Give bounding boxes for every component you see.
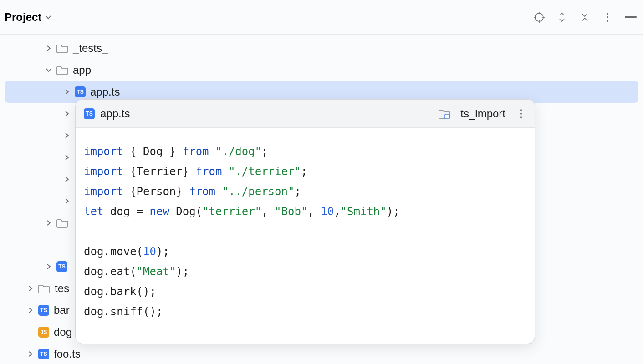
folder-icon — [56, 65, 68, 75]
chevron-right-icon — [64, 176, 70, 182]
chevron-right-icon — [64, 132, 70, 139]
ts-file-icon: TS — [56, 261, 67, 272]
folder-icon — [56, 43, 68, 53]
module-name: ts_import — [460, 107, 505, 120]
chevron-right-icon — [46, 263, 52, 270]
svg-point-9 — [520, 109, 522, 111]
tree-item-foo-ts[interactable]: TS foo.ts — [0, 343, 643, 364]
chevron-right-icon — [27, 351, 34, 357]
tree-item-app-folder[interactable]: app — [0, 59, 643, 81]
tree-label: foo.ts — [54, 348, 81, 360]
more-icon[interactable] — [515, 108, 526, 119]
preview-filename: app.ts — [100, 107, 130, 120]
chevron-right-icon — [27, 285, 34, 292]
quick-preview-popup: TS app.ts ts_import import { Dog } from … — [75, 99, 535, 344]
chevron-right-icon — [64, 89, 70, 95]
chevron-down-icon — [45, 14, 51, 20]
svg-point-11 — [520, 116, 522, 118]
svg-rect-8 — [445, 114, 449, 119]
ts-file-icon: TS — [38, 305, 49, 316]
folder-icon — [56, 218, 68, 228]
minimize-icon[interactable] — [625, 16, 637, 18]
chevron-down-icon — [46, 67, 52, 73]
svg-point-6 — [607, 16, 608, 18]
panel-toolbar — [534, 12, 637, 23]
ts-file-icon: TS — [38, 349, 49, 359]
panel-header: Project — [0, 0, 643, 35]
chevron-right-icon — [64, 154, 70, 161]
preview-header-actions: ts_import — [439, 107, 526, 120]
code-preview[interactable]: import { Dog } from "./dog"; import {Ter… — [76, 128, 535, 330]
svg-point-5 — [607, 13, 608, 15]
tree-label: app — [73, 64, 91, 76]
expand-collapse-icon[interactable] — [556, 12, 567, 23]
panel-title: Project — [5, 11, 41, 24]
chevron-right-icon — [27, 307, 34, 313]
ts-file-icon: TS — [75, 86, 86, 97]
target-icon[interactable] — [534, 12, 545, 23]
more-icon[interactable] — [602, 12, 613, 23]
folder-icon — [38, 283, 50, 293]
chevron-right-icon — [64, 111, 70, 117]
preview-file-label: TS app.ts — [84, 107, 130, 120]
tree-label: tes — [55, 282, 69, 295]
tree-label: bar — [54, 304, 70, 317]
tree-item-tests-folder[interactable]: _tests_ — [0, 37, 643, 59]
panel-title-group[interactable]: Project — [5, 11, 51, 24]
collapse-all-icon[interactable] — [579, 12, 590, 23]
tree-label: dog — [54, 326, 72, 339]
svg-point-10 — [520, 113, 522, 115]
chevron-right-icon — [64, 198, 70, 204]
tree-label: _tests_ — [73, 42, 108, 55]
chevron-right-icon — [46, 45, 52, 51]
svg-point-7 — [607, 20, 608, 22]
tree-label: app.ts — [90, 86, 120, 98]
svg-point-0 — [535, 13, 543, 21]
preview-header: TS app.ts ts_import — [76, 100, 535, 128]
ts-file-icon: TS — [84, 108, 95, 119]
module-icon[interactable] — [439, 109, 450, 119]
chevron-right-icon — [46, 220, 52, 226]
js-file-icon: JS — [38, 327, 49, 338]
